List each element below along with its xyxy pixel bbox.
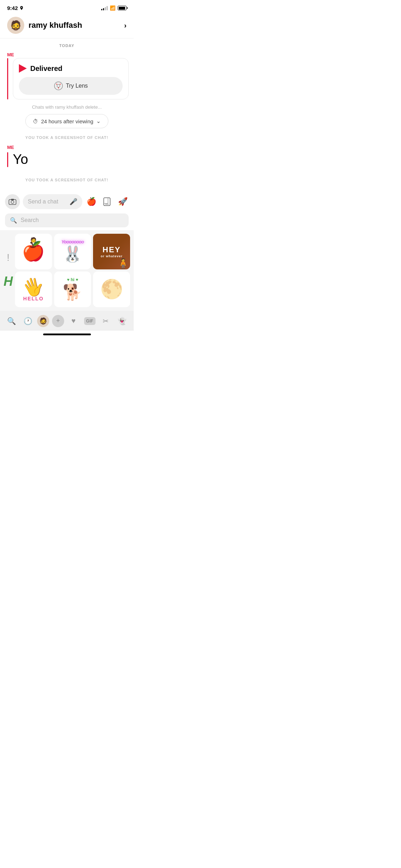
sticker-left-col: ! H <box>4 234 13 307</box>
svg-rect-8 <box>104 198 110 206</box>
sticker-nav-gif[interactable]: GIF <box>83 314 97 328</box>
svg-rect-9 <box>104 198 108 203</box>
apple-sticker-button[interactable]: 🍎 <box>85 196 97 208</box>
lens-icon <box>54 81 63 91</box>
hey-person-emoji: 🧍 <box>117 258 129 269</box>
camera-icon <box>9 198 16 205</box>
screenshot-notice-1: YOU TOOK A SCREENSHOT OF CHAT! <box>0 130 134 141</box>
creature-emoji: 🌕 <box>100 278 123 300</box>
delivered-row: Delivered <box>19 64 123 73</box>
sticker-apple-bitmoji[interactable]: 🍎 🧑 <box>15 234 52 269</box>
svg-point-4 <box>58 87 58 88</box>
yooo-text: Yoooooooo <box>61 239 84 244</box>
sticker-nav-bar: 🔍 🕐 🧔 + ♥ GIF ✂ 👻 <box>0 311 134 331</box>
message-card: Delivered Try Lens <box>13 58 129 99</box>
hey-text-block: HEY or whatever <box>101 245 123 258</box>
contact-avatar[interactable]: 🧔 <box>7 17 24 34</box>
sticker-hey-whatever[interactable]: HEY or whatever 🧍 <box>93 234 130 269</box>
svg-point-2 <box>56 84 57 84</box>
search-icon: 🔍 <box>10 217 17 224</box>
try-lens-label: Try Lens <box>66 83 88 89</box>
delivered-text: Delivered <box>30 64 62 73</box>
screenshot-notice-2: YOU TOOK A SCREENSHOT OF CHAT! <box>0 173 134 184</box>
h-letter-icon: H <box>4 274 13 289</box>
status-bar: 9:42 📶 <box>0 0 134 13</box>
chevron-down-icon: ⌄ <box>96 118 101 124</box>
sticker-yellow-creature[interactable]: 🌕 <box>93 272 130 307</box>
dog-emoji: 🐕 <box>63 283 82 301</box>
svg-point-0 <box>54 82 62 90</box>
battery-icon <box>118 6 127 10</box>
sticker-cells: 🍎 🧑 Yoooooooo 🐰 HEY or whatever 🧍 <box>15 234 130 307</box>
chat-input[interactable]: Send a chat 🎤 <box>23 194 82 209</box>
home-indicator <box>43 334 91 335</box>
wifi-icon: 📶 <box>110 5 115 11</box>
try-lens-button[interactable]: Try Lens <box>19 77 123 95</box>
snap-message: Delivered Try Lens <box>0 58 134 99</box>
signal-icon <box>101 6 108 10</box>
rocket-icon-button[interactable]: 🚀 <box>117 196 129 208</box>
chat-header: 🧔 ramy khuffash › <box>0 13 134 38</box>
sticker-nav-add[interactable]: + <box>52 315 64 327</box>
svg-point-6 <box>11 201 14 203</box>
svg-point-3 <box>60 84 60 84</box>
input-actions: 🍎 🚀 <box>85 196 129 208</box>
hi-hearts-text: ♥ hi ♥ <box>67 277 78 282</box>
sticker-section: ! H 🍎 🧑 Yoooooooo 🐰 HEY or <box>0 230 134 311</box>
contact-name[interactable]: ramy khuffash <box>29 21 124 30</box>
sticker-nav-favorites[interactable]: ♥ <box>67 314 80 328</box>
status-icons: 📶 <box>101 5 127 11</box>
sticker-hi-dog[interactable]: ♥ hi ♥ 🐕 <box>54 272 91 307</box>
sticker-nav-search[interactable]: 🔍 <box>5 314 19 328</box>
sticker-yoooo[interactable]: Yoooooooo 🐰 <box>54 234 91 269</box>
time-display: 9:42 <box>7 5 18 11</box>
exclamation-icon: ! <box>7 252 10 263</box>
sticker-search-bar[interactable]: 🔍 Search <box>5 213 129 227</box>
chat-area: TODAY ME Delivered Try Lens <box>0 38 134 187</box>
me-label-1: ME <box>0 51 134 58</box>
svg-rect-5 <box>9 200 16 205</box>
timer-icon: ⏱ <box>33 118 38 124</box>
delete-info-text: Chats with ramy khuffash delete... <box>0 99 134 112</box>
chat-placeholder: Send a chat <box>28 198 67 205</box>
header-arrow[interactable]: › <box>124 21 127 30</box>
svg-point-1 <box>57 84 60 87</box>
microphone-icon[interactable]: 🎤 <box>70 198 77 206</box>
status-time: 9:42 <box>7 5 24 11</box>
sticker-grid: ! H 🍎 🧑 Yoooooooo 🐰 HEY or <box>4 234 130 307</box>
hey-big-text: HEY <box>101 245 123 254</box>
red-bar <box>7 58 8 99</box>
sticker-nav-scissors[interactable]: ✂ <box>99 314 113 328</box>
sticker-nav-recent[interactable]: 🕐 <box>21 314 35 328</box>
input-bar: Send a chat 🎤 🍎 🚀 <box>0 191 134 213</box>
sticker-hello-hand[interactable]: 🖐️ HELLO <box>15 272 52 307</box>
me-label-2: ME <box>0 143 134 151</box>
sticker-nav-ghost[interactable]: 👻 <box>115 314 129 328</box>
svg-rect-7 <box>11 199 14 200</box>
date-separator: TODAY <box>0 38 134 51</box>
yo-bar <box>7 152 8 167</box>
snap-arrow-icon <box>19 64 27 73</box>
bunny-emoji: 🐰 <box>63 245 82 263</box>
timer-label: 24 hours after viewing <box>41 118 93 124</box>
search-placeholder: Search <box>21 217 39 223</box>
yo-message-text: Yo <box>13 152 129 167</box>
location-icon <box>19 6 24 10</box>
camera-button[interactable] <box>5 194 20 209</box>
card-button[interactable] <box>101 196 113 208</box>
timer-button[interactable]: ⏱ 24 hours after viewing ⌄ <box>25 114 108 128</box>
card-icon <box>103 197 111 206</box>
gif-badge: GIF <box>84 317 96 325</box>
sticker-nav-avatar[interactable]: 🧔 <box>37 315 49 327</box>
yo-message-section: Yo <box>0 152 134 167</box>
